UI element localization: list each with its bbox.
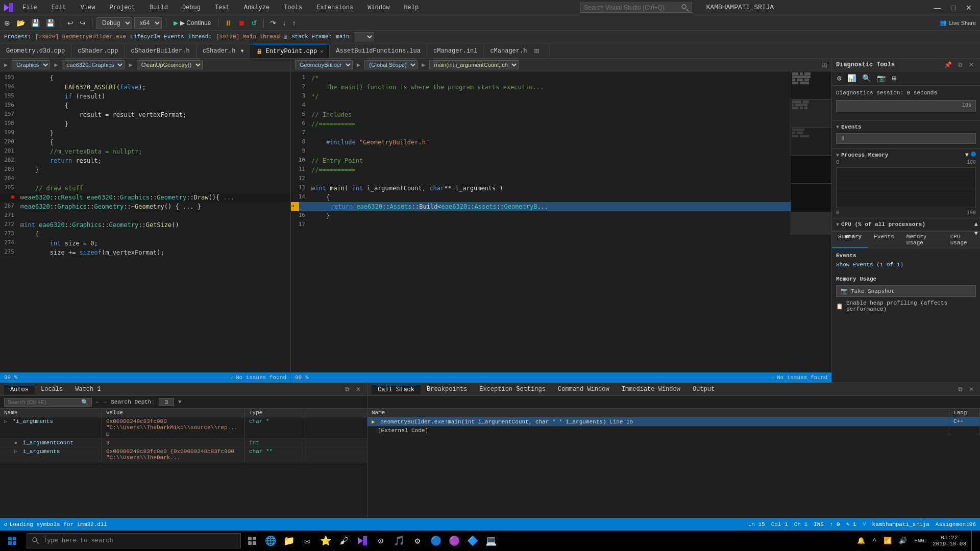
explorer-button[interactable]: 📁	[280, 531, 298, 551]
diag-search-icon[interactable]: 🔍	[860, 73, 873, 84]
live-share-button[interactable]: 👥 Live Share	[938, 18, 978, 27]
minimize-button[interactable]: —	[930, 2, 945, 14]
step-into-button[interactable]: ↓	[280, 18, 288, 28]
diag-tab-events[interactable]: Events	[868, 232, 900, 248]
tab-cmanager-h[interactable]: cManager.h ⊞	[484, 44, 550, 58]
app4-button[interactable]: 🔷	[463, 531, 482, 551]
scroll-down-arrow[interactable]: ▼	[974, 230, 978, 237]
menu-project[interactable]: Project	[104, 3, 140, 12]
cpu-collapse-icon[interactable]: ▼	[836, 222, 839, 228]
show-events-link[interactable]: Show Events (1 of 1)	[836, 262, 976, 268]
notification-icon[interactable]: 🔔	[854, 531, 868, 551]
network-icon[interactable]: 📶	[880, 531, 895, 551]
cs-tab-immediate[interactable]: Immediate Window	[616, 385, 687, 394]
system-clock[interactable]: 05:22 2019-10-03	[928, 531, 970, 551]
app1-button[interactable]: 🎵	[390, 531, 408, 551]
menu-debug[interactable]: Debug	[177, 3, 206, 12]
events-section-header[interactable]: ▼ Events	[836, 123, 976, 131]
expand-arrow[interactable]: ▷	[4, 419, 7, 424]
settings-button[interactable]: ⚙	[408, 531, 427, 551]
search-depth-input[interactable]	[159, 398, 174, 406]
cs-close-button[interactable]: ✕	[967, 385, 976, 393]
left-code-scroll[interactable]: 193 { 194 EAE6320_ASSERT(false); 195 if …	[0, 71, 290, 383]
autos-close-button[interactable]: ✕	[354, 385, 363, 393]
tab-close-icon[interactable]: ✕	[320, 48, 323, 55]
cs-tab-exception[interactable]: Exception Settings	[473, 385, 552, 394]
cpu-section-header[interactable]: ▼ CPU (% of all processors)	[836, 220, 976, 229]
autos-tab-autos[interactable]: Autos	[4, 385, 35, 394]
cs-tab-breakpoints[interactable]: Breakpoints	[421, 385, 473, 394]
step-over-button[interactable]: ↷	[268, 18, 278, 28]
pause-button[interactable]: ⏸	[223, 18, 234, 28]
lifecycle-dropdown[interactable]: Lifecycle Events	[130, 34, 184, 40]
filter-icon[interactable]: ⊞	[284, 34, 287, 40]
menu-edit[interactable]: Edit	[46, 3, 71, 12]
right-context-dropdown[interactable]: GeometryBuilder	[295, 60, 353, 69]
diag-camera-icon[interactable]: 📷	[875, 73, 888, 84]
app3-button[interactable]: 🟣	[445, 531, 463, 551]
context-dropdown[interactable]: Graphics	[12, 60, 50, 69]
task-view-button[interactable]	[243, 531, 261, 551]
new-project-button[interactable]: ⊕	[2, 18, 12, 28]
stop-button[interactable]: ⏹	[236, 18, 247, 28]
paint-button[interactable]: 🖌	[335, 531, 353, 551]
maximize-button[interactable]: □	[947, 2, 960, 14]
menu-test[interactable]: Test	[210, 3, 235, 12]
events-search-input[interactable]	[848, 136, 972, 142]
search-depth-dropdown-icon[interactable]: ▼	[178, 399, 182, 405]
scroll-up-arrow[interactable]: ▲	[974, 221, 978, 228]
sound-icon[interactable]: 🔊	[896, 531, 910, 551]
undo-button[interactable]: ↩	[65, 18, 76, 28]
pm-section-header[interactable]: ▼ Process Memory ▼	[836, 151, 976, 160]
diag-settings-icon[interactable]: ⚙	[835, 73, 843, 84]
menu-help[interactable]: Help	[399, 3, 424, 12]
cs-float-button[interactable]: ⧉	[956, 385, 965, 393]
app2-button[interactable]: 🔵	[427, 531, 445, 551]
diag-close-button[interactable]: ✕	[967, 61, 976, 69]
step-out-button[interactable]: ↑	[290, 18, 298, 28]
debug-config-dropdown[interactable]: Debug	[96, 17, 132, 29]
menu-view[interactable]: View	[76, 3, 101, 12]
menu-file[interactable]: File	[17, 3, 42, 12]
autos-float-button[interactable]: ⧉	[343, 385, 352, 393]
menu-extensions[interactable]: Extensions	[311, 3, 358, 12]
tab-cshaderh[interactable]: cShader.h ▼	[197, 44, 251, 58]
save-button[interactable]: 💾	[29, 18, 42, 28]
chevron-icon[interactable]: ^	[869, 531, 879, 551]
expand-arrow2[interactable]: ▷	[14, 449, 17, 455]
stack-frame-dropdown[interactable]	[354, 32, 374, 41]
overflow-icon[interactable]: ⊞	[106, 431, 110, 437]
tab-geometry-d3d[interactable]: Geometry.d3d.cpp	[0, 44, 71, 58]
split-editor-button[interactable]: ⊞	[821, 61, 827, 69]
star-button[interactable]: ⭐	[316, 531, 335, 551]
diag-other-icon[interactable]: ⊞	[890, 73, 898, 84]
edge-button[interactable]: 🌐	[261, 531, 280, 551]
tab-cshader[interactable]: cShader.cpp	[71, 44, 125, 58]
vs-search-input[interactable]	[580, 3, 692, 13]
lang-label[interactable]: ENG	[911, 531, 927, 551]
autos-search-input[interactable]	[8, 399, 79, 405]
show-desktop-button[interactable]	[971, 531, 978, 551]
tab-dropdown-icon[interactable]: ▼	[240, 48, 243, 54]
diag-tab-summary[interactable]: Summary	[832, 232, 868, 248]
platform-dropdown[interactable]: x64	[134, 17, 162, 29]
cs-tab-callstack[interactable]: Call Stack	[372, 385, 421, 394]
app5-button[interactable]: 💻	[482, 531, 500, 551]
function-dropdown[interactable]: CleanUpGeometry()	[137, 60, 203, 69]
vs-button[interactable]	[353, 531, 372, 551]
menu-tools[interactable]: Tools	[279, 3, 307, 12]
right-code-scroll[interactable]: 1 /* 2 The main() function is where the …	[291, 71, 791, 372]
cs-tab-command[interactable]: Command Window	[552, 385, 616, 394]
scope-dropdown[interactable]: eae6320::Graphics	[62, 60, 125, 69]
autos-tab-locals[interactable]: Locals	[35, 385, 69, 394]
close-button[interactable]: ✕	[962, 2, 976, 14]
forward-arrow-icon[interactable]: →	[104, 399, 107, 405]
tab-assetbuild[interactable]: AssetBuildFunctions.lua	[330, 44, 427, 58]
menu-window[interactable]: Window	[362, 3, 395, 12]
diag-pin-button[interactable]: 📌	[942, 61, 954, 69]
diag-tab-memory[interactable]: Memory Usage	[900, 232, 944, 248]
diag-float-button[interactable]: ⧉	[956, 61, 965, 69]
menu-build[interactable]: Build	[144, 3, 173, 12]
tab-cshaderbuilder[interactable]: cShaderBuilder.h	[125, 44, 196, 58]
save-all-button[interactable]: 💾	[44, 18, 57, 28]
